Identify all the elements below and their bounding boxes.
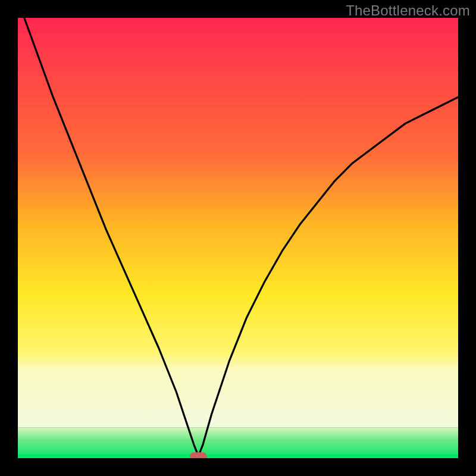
svg-rect-5 (190, 452, 206, 460)
svg-rect-1 (18, 18, 458, 370)
svg-rect-3 (18, 427, 458, 459)
chart-frame: { "watermark": "TheBottleneck.com", "col… (0, 0, 476, 476)
svg-rect-2 (18, 370, 458, 427)
bottleneck-chart (0, 0, 476, 476)
svg-rect-4 (18, 455, 458, 458)
